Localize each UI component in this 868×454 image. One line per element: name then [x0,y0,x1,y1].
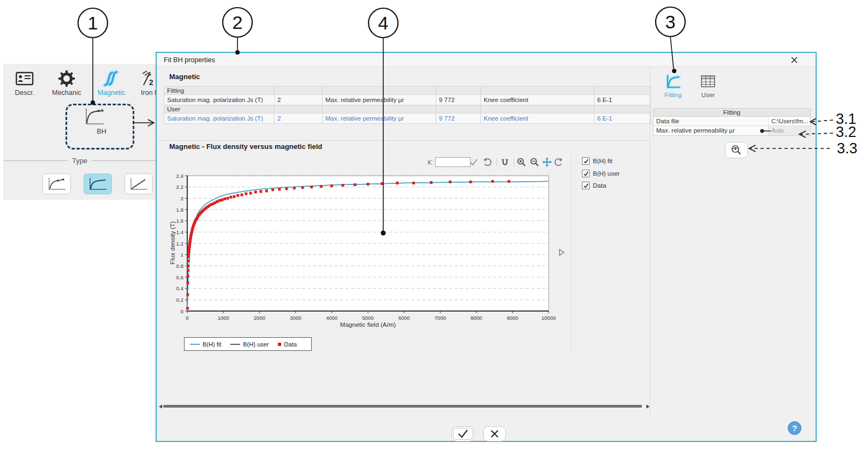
tab-description[interactable]: Descr. [5,69,44,97]
checkbox-bh-fit[interactable]: B(H) fit [582,157,613,165]
max-permeability-value[interactable]: Auto [769,126,810,135]
iron-losses-icon: 2 [129,69,156,88]
redo-icon [554,157,563,167]
callout-number-4: 4 [378,13,389,33]
tab-description-label: Descr. [5,89,44,97]
dialog-title: Fit BH properties [164,53,215,67]
svg-text:7000: 7000 [435,315,446,321]
user-mur-value[interactable]: 9 772 [436,113,481,124]
cancel-button[interactable] [483,426,506,441]
user-js-value[interactable]: 2 [275,113,323,124]
callout-circle-4 [368,8,398,38]
legend-item-user: B(H) user [230,341,269,348]
checkbox-box[interactable] [582,157,590,165]
magnetic-parameters-table: Fitting Saturation mag. polarization Js … [164,86,651,124]
question-mark-icon: ? [792,423,797,433]
side-tab-user[interactable] [701,75,715,87]
callout-circle-1 [78,8,108,38]
label-3-3: 3.3 [837,140,858,157]
label-3-2: 3.2 [836,124,857,140]
apply-x-button[interactable] [468,157,479,168]
triangle-left-icon [158,404,163,409]
type-button-analytic-knee[interactable] [84,174,112,194]
type-button-linear[interactable] [124,174,153,194]
svg-text:0.6: 0.6 [176,274,183,280]
data-file-row: Data file C:\Users\fm... [653,117,810,126]
type-section-label: Type [68,157,92,165]
checkbox-data[interactable]: Data [582,182,606,189]
linear-curve-icon [128,176,149,192]
table-row-fitting-values: Saturation mag. polarization Js (T) 2 Ma… [164,95,650,105]
bh-chart-plot[interactable]: 00.20.40.60.811.21.41.61.822.22.40100020… [167,172,561,323]
max-permeability-label: Max. relative permeability µr [653,126,769,135]
dialog-titlebar: Fit BH properties [157,53,816,67]
tab-mechanic[interactable]: Mechanic [47,69,86,97]
checkbox-bh-user[interactable]: B(H) user [582,170,620,177]
side-panel-divider [650,67,650,415]
check-icon [583,183,589,189]
fit-line-swatch [190,344,200,345]
svg-text:1.8: 1.8 [176,207,183,213]
type-button-spline-points[interactable] [43,174,71,194]
fit-bh-properties-dialog: Fit BH properties Magnetic Fitting Satur… [156,52,817,442]
svg-text:1.4: 1.4 [176,229,183,235]
checkbox-box[interactable] [582,170,590,177]
svg-text:9000: 9000 [507,315,518,321]
svg-text:1.2: 1.2 [176,241,183,247]
svg-text:2: 2 [181,195,183,201]
help-button[interactable]: ? [788,421,801,435]
data-point-swatch [278,343,281,346]
data-file-value[interactable]: C:\Users\fm... [769,117,810,126]
svg-text:2: 2 [149,78,153,87]
side-tab-fitting-label[interactable]: Fitting [659,92,687,98]
checkbox-box[interactable] [582,182,590,189]
fitting-curve-icon [664,73,682,89]
user-mur-label[interactable]: Max. relative permeability µr [323,113,436,124]
side-tab-fitting[interactable] [664,73,682,89]
triangle-right-icon [558,248,565,256]
callout-circle-3 [656,7,685,37]
svg-text:5000: 5000 [362,315,373,321]
horizontal-scrollbar-thumb[interactable] [163,405,642,408]
confirm-button[interactable] [451,426,474,441]
spline-points-curve-icon [46,176,67,192]
pan-button[interactable] [542,157,552,168]
user-js-label[interactable]: Saturation mag. polarization Js (T) [164,113,275,124]
zoom-out-icon [530,157,539,167]
tab-iron-losses-label: Iron l [129,89,156,97]
callout-number-3: 3 [665,11,676,32]
fitting-mur-label: Max. relative permeability µr [323,95,436,105]
label-3-1: 3.1 [836,111,857,127]
reset-view-button[interactable] [553,157,564,168]
collapse-panel-toggle[interactable] [558,248,565,256]
undo-zoom-button[interactable] [482,157,493,168]
scroll-right-arrow[interactable] [646,404,650,409]
max-permeability-row: Max. relative permeability µr Auto [653,126,810,135]
tab-iron-losses[interactable]: 2 Iron l [129,69,156,97]
user-knee-label[interactable]: Knee coefficient [481,113,594,124]
tab-magnetic[interactable]: Magnetic [92,69,130,97]
side-tab-user-label[interactable]: User [697,92,719,98]
undo-icon [483,157,492,167]
scroll-left-arrow[interactable] [158,404,163,409]
dialog-close-button[interactable] [790,56,799,64]
x-coordinate-input[interactable] [435,157,471,167]
chart-y-axis-title: Flux density (T) [169,210,176,276]
checkbox-label: Data [593,182,606,189]
magnet-snap-button[interactable] [500,157,510,168]
app-canvas: { "annotations": { "callout_1": "1", "ca… [0,0,868,454]
checkbox-label: B(H) user [593,170,620,177]
user-knee-value[interactable]: 6 E-1 [594,113,650,124]
svg-text:0: 0 [181,308,183,314]
zoom-in-button[interactable] [516,157,527,168]
gear-icon [47,69,86,88]
fitting-settings-table: Fitting Data file C:\Users\fm... Max. re… [653,108,811,136]
callout-circle-2 [223,8,252,37]
chart-x-axis-title: Magnetic field (A/m) [313,321,423,328]
preview-data-button[interactable] [725,142,748,158]
svg-text:2000: 2000 [254,315,265,321]
x-coordinate-label: x: [427,158,432,166]
group-label-user: User [164,105,275,113]
zoom-out-button[interactable] [529,157,540,168]
svg-text:8000: 8000 [471,315,482,321]
